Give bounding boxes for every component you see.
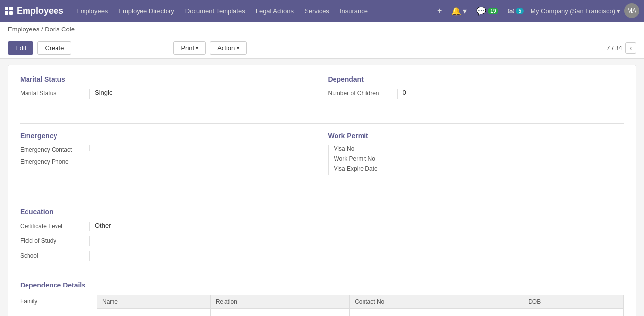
breadcrumb: Employees / Doris Cole: [0, 22, 644, 37]
number-of-children-value: 0: [397, 89, 624, 99]
emergency-workpermit-section: Emergency Emergency Contact Emergency Ph…: [20, 132, 624, 192]
prev-record-button[interactable]: ‹: [625, 42, 636, 54]
dependant-title: Dependant: [328, 75, 624, 83]
row1-relation: [210, 309, 349, 316]
col-dob: DOB: [523, 295, 624, 309]
work-permit-fields: Visa No Work Permit No Visa Expire Date: [328, 145, 378, 175]
emergency-values: [89, 145, 95, 151]
message-button[interactable]: ✉ 5: [505, 4, 527, 18]
work-permit-title: Work Permit: [328, 132, 624, 140]
action-label: Action: [217, 44, 235, 52]
emergency-block: Emergency Emergency Contact Emergency Ph…: [20, 132, 316, 180]
divider-2: [20, 200, 624, 200]
chat-badge: 19: [488, 8, 498, 14]
chat-button[interactable]: 💬 19: [474, 4, 501, 18]
certificate-level-label: Certificate Level: [20, 222, 89, 230]
emergency-title: Emergency: [20, 132, 316, 140]
nav-insurance[interactable]: Insurance: [335, 4, 373, 18]
family-section: Family Name Relation Contact No DOB: [20, 295, 624, 316]
dropdown-caret: ▾: [463, 6, 467, 16]
company-name: My Company (San Francisco): [531, 7, 615, 15]
education-block: Education Certificate Level Other Field …: [20, 208, 624, 261]
top-right-controls: + 🔔 ▾ 💬 19 ✉ 5 My Company (San Francisco…: [434, 3, 639, 18]
emergency-contact-label: Emergency Contact: [20, 145, 89, 153]
work-permit-fields-row: Visa No Work Permit No Visa Expire Date: [328, 145, 624, 175]
nav-employee-directory[interactable]: Employee Directory: [113, 4, 179, 18]
table-row: [97, 309, 624, 316]
work-permit-no-label: Work Permit No: [334, 155, 378, 162]
education-title: Education: [20, 208, 624, 216]
nav-services[interactable]: Services: [300, 4, 334, 18]
row1-name: [97, 309, 211, 316]
certificate-level-value: Other: [89, 222, 624, 231]
create-button[interactable]: Create: [37, 41, 71, 55]
family-table-header: Name Relation Contact No DOB: [97, 295, 624, 309]
marital-status-block: Marital Status Marital Status Single: [20, 75, 316, 104]
main-content: Marital Status Marital Status Single Dep…: [0, 65, 644, 316]
app-logo: Employees: [5, 6, 63, 16]
family-table-wrap: Name Relation Contact No DOB: [97, 295, 624, 316]
number-of-children-row: Number of Children 0: [328, 89, 624, 99]
field-of-study-row: Field of Study: [20, 236, 624, 246]
marital-status-title: Marital Status: [20, 75, 316, 83]
nav-document-templates[interactable]: Document Templates: [180, 4, 250, 18]
bell-icon: 🔔: [451, 6, 461, 16]
col-name: Name: [97, 295, 211, 309]
visa-expire-label: Visa Expire Date: [334, 165, 378, 172]
pagination-control: 7 / 34 ‹: [606, 42, 636, 54]
print-caret: ▾: [196, 45, 198, 51]
school-row: School: [20, 251, 624, 261]
marital-status-value: Single: [89, 89, 316, 99]
message-badge: 5: [516, 8, 524, 14]
edit-button[interactable]: Edit: [8, 41, 33, 55]
app-title: Employees: [17, 6, 63, 16]
visa-no-label: Visa No: [334, 145, 378, 152]
dependant-block: Dependant Number of Children 0: [328, 75, 624, 104]
breadcrumb-current: Doris Cole: [45, 26, 75, 33]
action-caret: ▾: [237, 45, 239, 51]
marital-dependant-section: Marital Status Marital Status Single Dep…: [20, 75, 624, 115]
field-of-study-value: [89, 236, 624, 246]
grid-icon: [5, 7, 13, 15]
nav-employees[interactable]: Employees: [71, 4, 112, 18]
dependence-details-title: Dependence Details: [20, 281, 624, 289]
breadcrumb-parent[interactable]: Employees: [8, 26, 39, 33]
family-table: Name Relation Contact No DOB: [97, 295, 624, 316]
nav-legal-actions[interactable]: Legal Actions: [251, 4, 299, 18]
school-label: School: [20, 251, 89, 259]
field-of-study-label: Field of Study: [20, 236, 89, 244]
emergency-phone-label: Emergency Phone: [20, 157, 89, 165]
print-button[interactable]: Print ▾: [173, 41, 206, 55]
top-navigation: Employees Employees Employee Directory D…: [0, 0, 644, 22]
avatar[interactable]: MA: [624, 3, 639, 18]
row1-dob: [523, 309, 624, 316]
number-of-children-label: Number of Children: [328, 89, 397, 97]
company-selector[interactable]: My Company (San Francisco) ▾: [531, 7, 620, 15]
divider-1: [20, 123, 624, 124]
company-caret: ▾: [617, 7, 620, 15]
pagination-text: 7 / 34: [606, 44, 622, 52]
school-value: [89, 251, 624, 261]
nav-links: Employees Employee Directory Document Te…: [71, 4, 431, 18]
message-icon: ✉: [508, 6, 514, 16]
user-initials: MA: [627, 7, 636, 14]
marital-status-row: Marital Status Single: [20, 89, 316, 99]
row1-contact: [350, 309, 523, 316]
chat-icon: 💬: [476, 6, 486, 16]
col-contact-no: Contact No: [350, 295, 523, 309]
marital-status-label: Marital Status: [20, 89, 89, 97]
notification-button[interactable]: 🔔 ▾: [448, 4, 470, 18]
divider-3: [20, 273, 624, 273]
toolbar: Edit Create Print ▾ Action ▾ 7 / 34 ‹: [0, 37, 644, 59]
emergency-contact-row: Emergency Contact Emergency Phone: [20, 145, 316, 165]
col-relation: Relation: [210, 295, 349, 309]
print-label: Print: [181, 44, 194, 52]
add-button[interactable]: +: [434, 4, 445, 17]
dependence-details-block: Dependence Details Family Name Relation …: [20, 281, 624, 316]
work-permit-block: Work Permit Visa No Work Permit No Visa …: [328, 132, 624, 180]
certificate-level-row: Certificate Level Other: [20, 222, 624, 231]
action-button[interactable]: Action ▾: [210, 41, 247, 55]
employee-form-card: Marital Status Marital Status Single Dep…: [8, 65, 636, 316]
family-table-body: [97, 309, 624, 316]
family-label: Family: [20, 295, 89, 305]
